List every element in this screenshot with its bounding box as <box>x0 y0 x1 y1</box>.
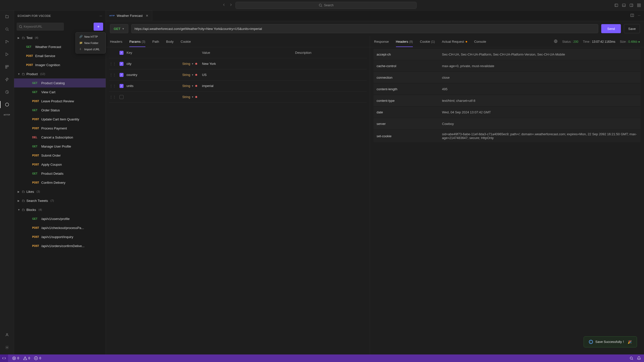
command-search[interactable]: Search <box>235 2 417 9</box>
tree-item-imager[interactable]: POSTImager Cognition <box>14 60 106 69</box>
save-button[interactable]: Save <box>624 24 640 33</box>
drag-handle-icon[interactable]: ⋮⋮ <box>109 62 116 66</box>
star-icon: ✱ <box>195 62 197 66</box>
tree-item-borders[interactable]: POST/api/v1/orders/confirmDelive... <box>14 241 106 250</box>
source-control-icon[interactable] <box>4 38 11 45</box>
method-select[interactable]: GET▼ <box>110 24 128 33</box>
menu-new-http[interactable]: 🔗New HTTP <box>76 33 105 40</box>
split-editor-icon[interactable] <box>630 13 634 18</box>
tree-folder-tweets[interactable]: ▶🗀Search Tweets(7) <box>14 196 106 205</box>
tree-item-payment[interactable]: POSTProcess Payment <box>14 124 106 133</box>
nav-forward-icon[interactable] <box>229 3 233 8</box>
settings-icon[interactable] <box>4 344 11 351</box>
req-tab-headers[interactable]: Headers <box>110 36 122 47</box>
tree-item-profile[interactable]: GETManage User Profile <box>14 142 106 151</box>
tree-item-submit[interactable]: POSTSubmit Order <box>14 151 106 160</box>
type-pill[interactable]: String▼✱ <box>182 95 197 99</box>
menu-import-curl[interactable]: ⇩Import cURL <box>76 46 105 52</box>
sidebar-add-button[interactable]: + <box>94 23 103 31</box>
res-tab-headers[interactable]: Headers(8) <box>396 36 413 47</box>
layout-left-icon[interactable] <box>614 3 618 7</box>
http-text-icon[interactable]: HTTP <box>4 114 10 116</box>
req-tab-path[interactable]: Path <box>152 36 159 47</box>
tree-item-cancel[interactable]: DELCancel a Subscription <box>14 133 106 142</box>
res-tab-response[interactable]: Response <box>374 36 389 47</box>
tree-item-viewcart[interactable]: GETView Cart <box>14 87 106 97</box>
echoapi-icon[interactable] <box>4 101 11 108</box>
checkbox-all[interactable]: ✓ <box>119 51 124 55</box>
menu-new-folder[interactable]: 📁New Folder <box>76 40 105 46</box>
param-row-empty[interactable]: ⋮⋮ String▼✱ <box>109 92 367 103</box>
tree-item-updatecart[interactable]: POSTUpdate Cart Item Quantity <box>14 115 106 124</box>
req-tab-body[interactable]: Body <box>166 36 174 47</box>
globe-icon[interactable] <box>554 39 558 44</box>
tree-item-bprofile[interactable]: GET/api/v1/users/profile <box>14 214 106 223</box>
url-input[interactable] <box>131 24 598 33</box>
tree-folder-product[interactable]: ▼🗀Product(12) <box>14 69 106 78</box>
toast-save: i Save Successfully！ 🎉 <box>584 336 637 347</box>
feedback-icon[interactable] <box>629 356 633 360</box>
svg-point-10 <box>6 42 6 43</box>
checkbox[interactable]: ✓ <box>119 84 124 88</box>
tree-item-catalog[interactable]: GETProduct Catalog <box>14 78 106 87</box>
checkbox[interactable]: ✓ <box>119 62 124 66</box>
thunder-icon[interactable] <box>4 76 11 83</box>
explorer-icon[interactable] <box>4 13 11 20</box>
tree-folder-likes[interactable]: ▶🗀Likes(3) <box>14 187 106 196</box>
errors-count[interactable]: 0 <box>12 356 19 360</box>
tree-item-details[interactable]: GETProduct Details <box>14 169 106 178</box>
layout-bottom-icon[interactable] <box>622 3 626 7</box>
folder-icon: 🗀 <box>22 72 25 76</box>
layout-right-icon[interactable] <box>629 3 633 7</box>
req-tab-params[interactable]: Params(3) <box>129 36 145 47</box>
svg-point-17 <box>6 334 8 335</box>
drag-handle-icon[interactable]: ⋮⋮ <box>109 95 116 99</box>
nav-back-icon[interactable] <box>222 3 226 8</box>
req-tab-cookie[interactable]: Cookie <box>181 36 191 47</box>
pie-chart-icon[interactable] <box>4 88 11 96</box>
http-badge: HTTP <box>109 15 115 17</box>
tree-item-orderstatus[interactable]: GETOrder Status <box>14 106 106 115</box>
type-pill[interactable]: String▼✱ <box>182 62 197 66</box>
res-tab-actual[interactable]: Actual Request <box>442 36 467 47</box>
param-row[interactable]: ⋮⋮ ✓ cityString▼✱ New York <box>109 58 367 69</box>
checkbox[interactable]: ✓ <box>119 73 124 77</box>
tab-more-icon[interactable]: ··· <box>638 13 640 18</box>
res-tab-console[interactable]: Console <box>474 36 486 47</box>
account-icon[interactable] <box>4 331 11 338</box>
res-tab-cookie[interactable]: Cookie(1) <box>420 36 435 47</box>
tree-folder-blocks[interactable]: ▼🗀Blocks(4) <box>14 205 106 214</box>
tree-item-review[interactable]: POSTLeave Product Review <box>14 97 106 106</box>
tree-item-bcheckout[interactable]: POST/api/v1/checkout/processPa... <box>14 223 106 232</box>
sidebar-more-icon[interactable]: ··· <box>100 14 102 17</box>
ports-count[interactable]: 0 <box>34 356 41 360</box>
drag-handle-icon[interactable]: ⋮⋮ <box>109 84 116 88</box>
tree-item-confirm[interactable]: POSTConfirm Delivery <box>14 178 106 187</box>
sidebar-search-input[interactable] <box>17 23 64 31</box>
warnings-count[interactable]: 0 <box>23 356 30 360</box>
notifications-icon[interactable] <box>637 356 641 360</box>
send-button[interactable]: Send <box>601 24 621 33</box>
tab-weather[interactable]: HTTP Weather Forecast ✕ <box>106 11 152 21</box>
extensions-icon[interactable] <box>4 63 11 70</box>
svg-point-11 <box>8 41 8 42</box>
search-placeholder: Search <box>324 4 334 7</box>
search-activity-icon[interactable] <box>4 26 11 33</box>
tree-item-coupon[interactable]: POSTApply Coupon <box>14 160 106 169</box>
drag-handle-icon[interactable]: ⋮⋮ <box>109 73 116 77</box>
layout-customize-icon[interactable] <box>637 3 641 7</box>
remote-indicator[interactable] <box>0 354 8 362</box>
param-row[interactable]: ⋮⋮ ✓ unitsString▼✱ imperial <box>109 80 367 92</box>
col-key: Key <box>127 51 202 55</box>
type-pill[interactable]: String▼✱ <box>182 73 197 77</box>
folder-icon: 🗀 <box>22 208 25 212</box>
close-icon[interactable]: ✕ <box>146 14 148 18</box>
check-icon: ● <box>638 40 640 43</box>
checkbox[interactable] <box>119 95 124 99</box>
tree-item-bsupport[interactable]: POST/api/v1/support/inquiry <box>14 232 106 241</box>
run-debug-icon[interactable] <box>4 51 11 58</box>
tab-title: Weather Forecast <box>117 14 143 18</box>
svg-rect-5 <box>639 4 640 5</box>
param-row[interactable]: ⋮⋮ ✓ countryString▼✱ US <box>109 69 367 80</box>
type-pill[interactable]: String▼✱ <box>182 84 197 88</box>
